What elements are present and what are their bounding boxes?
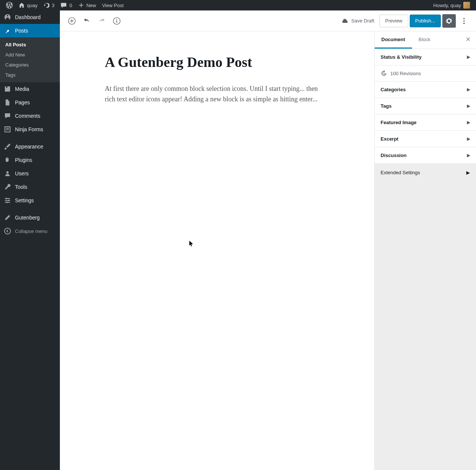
tab-block[interactable]: Block	[412, 31, 437, 49]
admin-bar: quay 3 0 New View Post Howdy, quay	[0, 0, 476, 10]
view-post[interactable]: View Post	[99, 0, 127, 10]
close-icon	[466, 37, 471, 42]
users-icon	[4, 170, 11, 177]
sidebar-label: Posts	[15, 28, 28, 34]
revisions-link[interactable]: 100 Revisions	[375, 65, 476, 82]
close-inspector[interactable]	[460, 31, 476, 49]
cursor-icon	[189, 241, 194, 247]
media-icon	[4, 85, 11, 93]
sidebar-label: Appearance	[15, 144, 43, 150]
panel-featured-image[interactable]: Featured Image ▶	[375, 114, 476, 131]
sidebar-item-posts[interactable]: Posts	[0, 24, 60, 37]
panel-discussion[interactable]: Discussion ▶	[375, 147, 476, 164]
sidebar-item-users[interactable]: Users	[0, 167, 60, 180]
sliders-icon	[4, 197, 11, 204]
sidebar-label: Pages	[15, 99, 30, 105]
sidebar-item-tools[interactable]: Tools	[0, 180, 60, 194]
admin-sidebar: Dashboard Posts All Posts Add New Catego…	[0, 10, 60, 470]
panel-tags[interactable]: Tags ▶	[375, 98, 476, 114]
publish-button[interactable]: Publish...	[410, 15, 441, 27]
page-icon	[4, 99, 11, 106]
save-draft-button[interactable]: Save Draft	[338, 17, 378, 25]
comments-bubble[interactable]: 0	[57, 0, 75, 10]
svg-point-16	[463, 20, 465, 22]
panel-excerpt[interactable]: Excerpt ▶	[375, 131, 476, 147]
comment-icon	[4, 112, 11, 120]
sidebar-item-plugins[interactable]: Plugins	[0, 153, 60, 167]
add-block-button[interactable]	[65, 14, 79, 28]
editor-canvas[interactable]: A Gutenberg Demo Post At first there are…	[60, 31, 374, 470]
tools-icon	[4, 183, 11, 191]
new-content[interactable]: New	[75, 0, 99, 10]
sidebar-label: Tools	[15, 184, 27, 190]
sidebar-item-ninja[interactable]: Ninja Forms	[0, 123, 60, 136]
sidebar-item-dashboard[interactable]: Dashboard	[0, 10, 60, 24]
panel-categories[interactable]: Categories ▶	[375, 82, 476, 98]
collapse-menu[interactable]: Collapse menu	[0, 224, 60, 238]
site-name[interactable]: quay	[16, 0, 40, 10]
panel-status-visibility[interactable]: Status & Visibility ▶	[375, 49, 476, 65]
panel-extended-settings[interactable]: Extended Settings ▶	[375, 164, 476, 181]
comments-count: 0	[69, 3, 72, 8]
svg-point-10	[4, 228, 10, 234]
sub-categories[interactable]: Categories	[0, 60, 60, 70]
svg-point-8	[8, 200, 9, 201]
editor-topbar: Save Draft Preview Publish...	[60, 10, 476, 31]
svg-rect-1	[6, 128, 9, 129]
sub-tags[interactable]: Tags	[0, 70, 60, 80]
gear-icon	[445, 17, 453, 25]
more-menu[interactable]	[457, 14, 471, 28]
chevron-right-icon: ▶	[467, 104, 470, 108]
sidebar-item-gutenberg[interactable]: Gutenberg	[0, 211, 60, 224]
howdy-label: Howdy, quay	[433, 3, 461, 8]
publish-label: Publish...	[415, 18, 435, 24]
wp-logo[interactable]	[3, 0, 16, 10]
form-icon	[4, 126, 11, 133]
sidebar-label: Comments	[15, 113, 40, 119]
sidebar-item-comments[interactable]: Comments	[0, 109, 60, 123]
chevron-right-icon: ▶	[467, 120, 470, 125]
redo-button[interactable]	[95, 14, 109, 28]
sidebar-label: Users	[15, 171, 29, 176]
sidebar-item-appearance[interactable]: Appearance	[0, 140, 60, 153]
revisions-label: 100 Revisions	[390, 71, 421, 76]
collapse-icon	[4, 227, 11, 235]
sidebar-label: Plugins	[15, 157, 32, 163]
sub-all-posts[interactable]: All Posts	[0, 40, 60, 50]
undo-button[interactable]	[80, 14, 94, 28]
plus-circle-icon	[68, 17, 76, 25]
preview-button[interactable]: Preview	[379, 15, 408, 27]
svg-rect-14	[116, 19, 117, 19]
plugin-icon	[4, 156, 11, 164]
sidebar-label: Media	[15, 86, 29, 92]
info-button[interactable]	[110, 14, 123, 28]
sidebar-label: Dashboard	[15, 14, 41, 20]
brush-icon	[4, 143, 11, 150]
panel-label: Featured Image	[381, 120, 416, 125]
cloud-icon	[342, 17, 349, 25]
svg-rect-13	[116, 20, 117, 22]
chevron-right-icon: ▶	[467, 87, 470, 92]
kebab-icon	[460, 17, 468, 25]
post-paragraph[interactable]: At first there are only common block sel…	[105, 84, 329, 105]
settings-toggle[interactable]	[442, 14, 456, 28]
sidebar-label: Ninja Forms	[15, 126, 43, 132]
post-title[interactable]: A Gutenberg Demo Post	[105, 54, 329, 70]
sidebar-item-settings[interactable]: Settings	[0, 194, 60, 207]
tab-document[interactable]: Document	[375, 31, 412, 49]
sidebar-item-media[interactable]: Media	[0, 82, 60, 96]
howdy[interactable]: Howdy, quay	[430, 0, 473, 10]
chevron-right-icon: ▶	[466, 170, 470, 175]
preview-label: Preview	[385, 18, 402, 24]
view-post-label: View Post	[102, 3, 124, 8]
updates-count: 3	[52, 3, 54, 8]
svg-point-7	[6, 198, 7, 199]
user-avatar-icon	[463, 2, 470, 9]
sub-add-new[interactable]: Add New	[0, 50, 60, 60]
chevron-right-icon: ▶	[467, 136, 470, 141]
updates[interactable]: 3	[40, 0, 57, 10]
svg-point-9	[6, 202, 8, 203]
info-icon	[113, 17, 121, 25]
inspector-sidebar: Document Block Status & Visibility ▶ 100…	[374, 31, 476, 470]
sidebar-item-pages[interactable]: Pages	[0, 96, 60, 109]
